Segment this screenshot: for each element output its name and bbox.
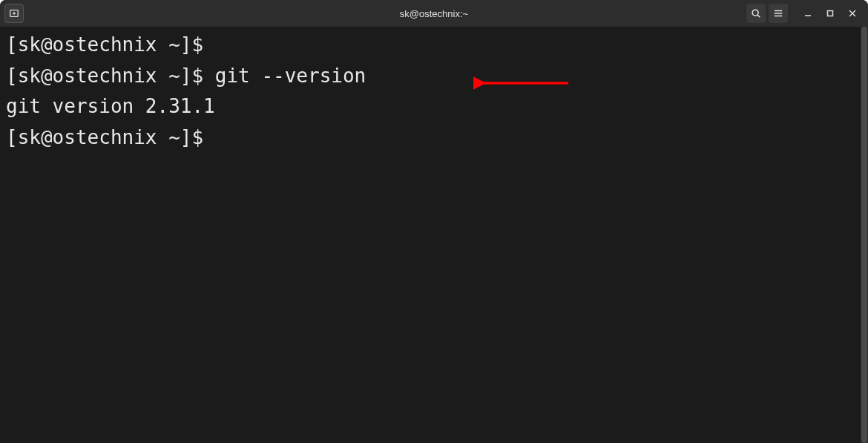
terminal-body[interactable]: [sk@ostechnix ~]$ [sk@ostechnix ~]$ git …: [0, 27, 861, 443]
titlebar-right: [746, 0, 864, 27]
new-tab-button[interactable]: [4, 4, 24, 23]
menu-button[interactable]: [769, 4, 788, 23]
minimize-icon: [804, 10, 812, 17]
prompt: [sk@ostechnix ~]$: [6, 33, 215, 56]
terminal-window: sk@ostechnix:~: [0, 0, 868, 443]
window-controls: [797, 0, 864, 27]
output-text: git version 2.31.1: [6, 95, 215, 117]
minimize-button[interactable]: [797, 0, 819, 27]
new-tab-icon: [9, 8, 19, 19]
search-icon: [751, 8, 761, 19]
svg-rect-9: [828, 11, 833, 16]
hamburger-icon: [773, 8, 783, 19]
titlebar-left: [4, 4, 24, 23]
maximize-icon: [826, 10, 834, 17]
command-text: git --version: [215, 65, 366, 87]
prompt: [sk@ostechnix ~]$: [6, 65, 215, 87]
terminal-line: [sk@ostechnix ~]$ git --version: [6, 61, 855, 92]
search-button[interactable]: [746, 4, 766, 23]
terminal-line: [sk@ostechnix ~]$: [6, 30, 855, 61]
close-button[interactable]: [841, 0, 864, 27]
terminal-line: [sk@ostechnix ~]$: [6, 122, 855, 154]
svg-point-3: [752, 10, 758, 16]
svg-line-4: [757, 15, 760, 17]
window-title: sk@ostechnix:~: [0, 8, 868, 19]
scrollbar-thumb[interactable]: [861, 27, 867, 443]
maximize-button[interactable]: [819, 0, 841, 27]
close-icon: [849, 10, 856, 17]
scrollbar[interactable]: [861, 27, 868, 443]
titlebar[interactable]: sk@ostechnix:~: [0, 0, 868, 27]
prompt: [sk@ostechnix ~]$: [6, 126, 215, 148]
terminal-line: git version 2.31.1: [6, 91, 855, 122]
